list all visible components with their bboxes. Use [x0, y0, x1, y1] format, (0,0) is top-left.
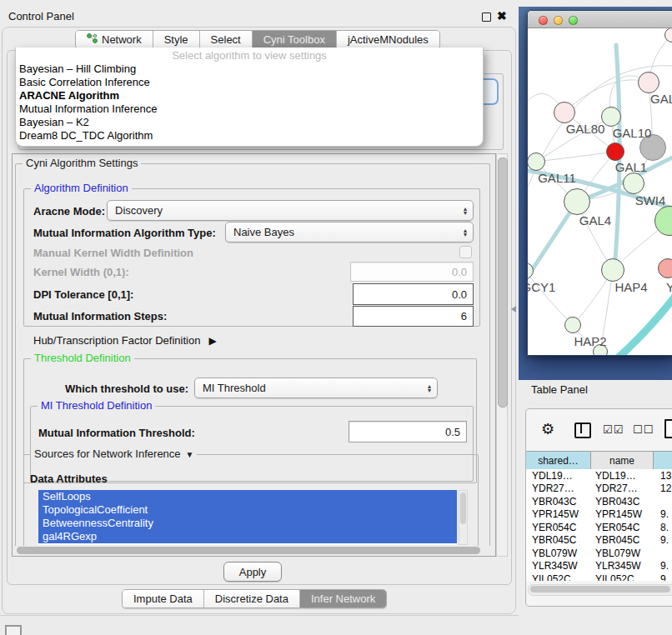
attribute-item-betweennesscentrality[interactable]: BetweennessCentrality [38, 517, 457, 530]
bottom-strip [0, 615, 519, 635]
network-node-hap2[interactable] [564, 317, 581, 333]
attribute-item-topologicalcoefficient[interactable]: TopologicalCoefficient [38, 503, 457, 517]
kernel-width-field[interactable]: 0.0 [350, 262, 474, 282]
dpi-tolerance-label: DPI Tolerance [0,1]: [33, 288, 133, 301]
scrollbar-thumb[interactable] [498, 158, 508, 408]
scrollbar-thumb[interactable] [17, 547, 480, 554]
network-node-gal1[interactable] [606, 142, 624, 161]
splitpane-collapse-arrow[interactable] [511, 306, 516, 312]
zoom-window-light[interactable] [569, 16, 578, 25]
algorithm-popup-placeholder: Select algorithm to view settings [16, 48, 483, 62]
node-label-gal80: GAL80 [566, 122, 605, 136]
manual-kernel-width-label: Manual Kernel Width Definition [33, 247, 193, 259]
table-body: YDL19…YDL19…13YDR27…YDR27…12YBR043CYBR04… [526, 469, 672, 581]
table-row[interactable]: YDL19…YDL19…13 [526, 469, 672, 482]
sources-title: Sources for Network Inference [34, 448, 181, 460]
subtab-infer-network[interactable]: Infer Network [299, 590, 386, 608]
subtab-impute-data[interactable]: Impute Data [123, 590, 203, 608]
table-row[interactable]: YIL052CYIL052C9. [526, 572, 672, 581]
table-cell: YIL052C [526, 573, 591, 581]
dpi-tolerance-field[interactable]: 0.0 [353, 283, 474, 305]
algorithm-definition-title: Algorithm Definition [31, 182, 132, 194]
gear-icon[interactable]: ⚙ [541, 420, 554, 438]
which-threshold-combo[interactable]: MI Threshold ▴▾ [194, 378, 438, 398]
node-label-gal1: GAL1 [615, 160, 647, 174]
float-window-icon[interactable] [482, 12, 491, 22]
scrollbar-thumb[interactable] [530, 586, 670, 592]
scrollbar-thumb[interactable] [460, 492, 466, 524]
table-row[interactable]: YPR145WYPR145W9. [526, 508, 672, 522]
right-region: GALGAL80GAL10GAL1GAL11SWI4GAL4GCY1HAP4YH… [519, 0, 672, 635]
table-horizontal-scrollbar[interactable] [528, 584, 672, 596]
table-cell: 9. [654, 560, 672, 572]
apply-button[interactable]: Apply [223, 562, 282, 582]
table-row[interactable]: YBR043CYBR043C [526, 495, 672, 508]
table-cell: YBR043C [526, 496, 591, 508]
tab-style[interactable]: Style [153, 31, 199, 48]
algorithm-option-mutual-information-inference[interactable]: Mutual Information Inference [16, 102, 483, 116]
split-columns-icon[interactable] [574, 422, 591, 438]
column-header-2[interactable] [654, 452, 672, 470]
table-row[interactable]: YDR27…YDR27…12 [526, 482, 672, 496]
mi-algorithm-type-combo[interactable]: Naive Bayes ▴▾ [225, 222, 474, 242]
aracne-mode-label: Aracne Mode: [33, 205, 105, 218]
attributes-list-scrollbar[interactable] [459, 490, 468, 545]
table-row[interactable]: YBR045CYBR045C9. [526, 534, 672, 548]
mi-threshold-field[interactable]: 0.5 [349, 421, 467, 442]
network-view-window[interactable]: GALGAL80GAL10GAL1GAL11SWI4GAL4GCY1HAP4YH… [527, 10, 672, 356]
export-table-icon[interactable] [664, 419, 672, 438]
network-node-hap4[interactable] [601, 258, 624, 282]
mi-steps-field[interactable]: 6 [353, 306, 474, 327]
tab-label: Impute Data [133, 592, 193, 605]
tab-jactivemnodules[interactable]: jActiveMNodules [336, 31, 439, 48]
minimize-window-light[interactable] [554, 16, 563, 25]
table-row[interactable]: YER054CYER054C8. [526, 521, 672, 534]
column-header-name[interactable]: name [591, 452, 654, 470]
aracne-mode-value: Discovery [115, 204, 163, 217]
network-node-gal11[interactable] [528, 152, 545, 171]
selected-columns-icon[interactable]: ☑☑ [603, 423, 624, 436]
node-label-hap2: HAP2 [574, 334, 606, 348]
hub-definition-label: Hub/Transcription Factor Definition [33, 334, 200, 347]
table-row[interactable]: YLR345WYLR345W9. [526, 560, 672, 573]
algorithm-option-bayesian-k2[interactable]: Bayesian – K2 [16, 116, 483, 129]
node-label-swi4: SWI4 [635, 193, 666, 208]
algorithm-option-bayesian-hill-climbing[interactable]: Bayesian – Hill Climbing [16, 62, 483, 76]
combo-arrows-icon: ▴▾ [428, 384, 431, 392]
minimized-panel-icon[interactable] [5, 625, 22, 635]
network-node-gal[interactable] [638, 72, 659, 93]
network-canvas[interactable]: GALGAL80GAL10GAL1GAL11SWI4GAL4GCY1HAP4YH… [528, 28, 672, 355]
table-cell: YLR345W [526, 560, 591, 572]
aracne-mode-combo[interactable]: Discovery ▴▾ [107, 200, 474, 221]
algorithm-option-basic-correlation-inference[interactable]: Basic Correlation Inference [16, 76, 483, 89]
algorithm-option-aracne-algorithm[interactable]: ARACNE Algorithm [16, 89, 483, 102]
network-node-swi4[interactable] [623, 172, 644, 194]
tab-label: Style [164, 33, 188, 46]
sources-title-row[interactable]: Sources for Network Inference▼ [31, 448, 197, 460]
column-header-shared[interactable]: shared… [526, 452, 591, 470]
attribute-item-selfloops[interactable]: SelfLoops [38, 490, 457, 503]
app-root: Control Panel ✖ NetworkStyleSelectCyni T… [0, 0, 672, 635]
network-node-gal4[interactable] [564, 188, 590, 215]
table-row[interactable]: YBL079WYBL079W [526, 547, 672, 560]
settings-horizontal-scrollbar[interactable] [14, 546, 494, 556]
hub-definition-expander[interactable]: Hub/Transcription Factor Definition▶ [33, 334, 217, 347]
close-window-light[interactable] [539, 16, 548, 25]
tab-network[interactable]: Network [76, 31, 153, 48]
manual-kernel-width-checkbox[interactable] [459, 246, 472, 258]
close-panel-icon[interactable]: ✖ [497, 9, 507, 22]
algorithm-option-dream8-dc-tdc-algorithm[interactable]: Dream8 DC_TDC Algorithm [16, 129, 483, 142]
tab-select[interactable]: Select [199, 31, 252, 48]
tab-cyni-toolbox[interactable]: Cyni Toolbox [252, 31, 336, 48]
table-cell: YBR045C [526, 534, 591, 546]
table-cell: YDL19… [526, 470, 591, 482]
network-node-gal80[interactable] [554, 102, 575, 123]
subtab-discretize-data[interactable]: Discretize Data [203, 590, 299, 608]
attribute-item-gal4rgexp[interactable]: gal4RGexp [38, 530, 457, 543]
algorithm-select-popup: Select algorithm to view settings Bayesi… [15, 48, 484, 147]
settings-vertical-scrollbar[interactable] [496, 153, 508, 557]
network-node-y[interactable] [658, 258, 672, 278]
network-window-titlebar[interactable] [528, 11, 672, 28]
cyni-algorithm-settings-title: Cyni Algorithm Settings [23, 157, 141, 169]
unselected-columns-icon[interactable]: ☐☐ [633, 423, 654, 436]
